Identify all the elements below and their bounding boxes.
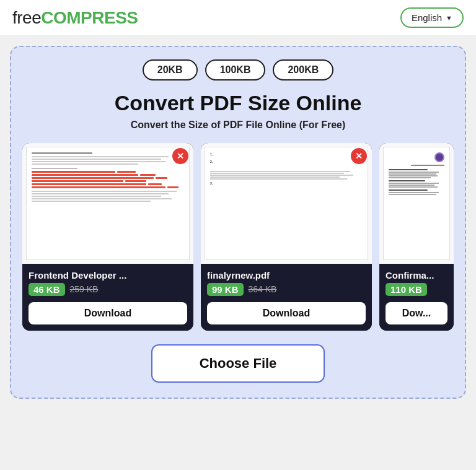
card-2-preview: 1. 2. (201, 143, 372, 264)
card-2-filename: finalyrnew.pdf (207, 270, 366, 281)
file-card-2: 1. 2. (201, 143, 372, 331)
card-3-sizes: 110 KB (386, 283, 447, 296)
card-1-info: Frontend Developer ... 46 KB 259 KB Down… (22, 264, 193, 331)
card-3-info: Confirma... 110 KB Dow... (379, 264, 454, 331)
card-1-preview: ✕ (22, 143, 193, 264)
card-1-close-button[interactable]: ✕ (172, 148, 188, 164)
card-1-filename: Frontend Developer ... (29, 270, 187, 281)
card-2-sizes: 99 KB 364 KB (207, 283, 366, 296)
card-3-download-button[interactable]: Dow... (386, 302, 447, 324)
choose-file-button[interactable]: Choose File (151, 344, 325, 383)
file-card-3: Confirma... 110 KB Dow... (379, 143, 454, 331)
card-3-preview (379, 143, 454, 264)
choose-file-section: Choose File (22, 344, 454, 383)
card-2-download-button[interactable]: Download (207, 302, 366, 324)
chevron-down-icon: ▼ (446, 14, 452, 22)
card-1-size-old: 259 KB (70, 284, 99, 294)
card-2-close-button[interactable]: ✕ (351, 148, 367, 164)
card-2-size-old: 364 KB (249, 284, 277, 294)
card-1-doc-preview (26, 147, 190, 260)
converter-box: 20KB 100KB 200KB Convert PDF Size Online… (10, 46, 466, 399)
card-3-doc-preview (383, 147, 450, 260)
language-label: English (412, 12, 442, 23)
logo-free-text: free (12, 8, 41, 27)
logo-compress-text: COMPRESS (41, 8, 138, 27)
file-cards-row: ✕ Frontend Developer ... 46 KB 259 KB Do… (22, 143, 454, 331)
size-preset-20kb[interactable]: 20KB (143, 59, 198, 81)
card-2-size-new: 99 KB (207, 283, 244, 296)
card-1-sizes: 46 KB 259 KB (29, 283, 187, 296)
page-title: Convert PDF Size Online (22, 90, 454, 116)
header: freeCOMPRESS English ▼ (0, 0, 476, 36)
logo: freeCOMPRESS (12, 8, 138, 28)
card-3-size-new: 110 KB (386, 283, 427, 296)
size-presets: 20KB 100KB 200KB (22, 59, 454, 81)
card-1-download-button[interactable]: Download (29, 302, 187, 324)
card-2-info: finalyrnew.pdf 99 KB 364 KB Download (201, 264, 372, 331)
size-preset-100kb[interactable]: 100KB (205, 59, 266, 81)
card-3-filename: Confirma... (386, 270, 447, 281)
card-1-size-new: 46 KB (29, 283, 65, 296)
file-card-1: ✕ Frontend Developer ... 46 KB 259 KB Do… (22, 143, 193, 331)
size-preset-200kb[interactable]: 200KB (273, 59, 333, 81)
language-selector[interactable]: English ▼ (400, 7, 464, 28)
card-2-doc-preview: 1. 2. (205, 147, 368, 260)
page-subtitle: Convert the Size of PDF File Online (For… (22, 120, 454, 131)
main-content: 20KB 100KB 200KB Convert PDF Size Online… (0, 36, 476, 409)
